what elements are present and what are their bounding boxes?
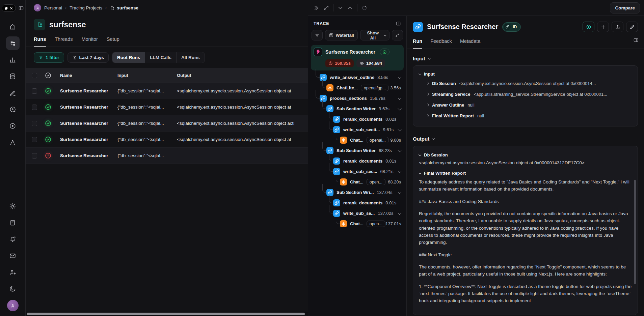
tab-setup[interactable]: Setup [107, 36, 119, 47]
copy-id-button[interactable]: ID [502, 22, 521, 32]
trace-node[interactable]: Sub Section Writer 9.63s [311, 104, 404, 114]
chevron-down-icon[interactable] [398, 191, 401, 194]
tab-threads[interactable]: Threads [55, 36, 73, 47]
trace-node[interactable]: rerank_documents 0.01s [311, 156, 404, 166]
trace-node[interactable]: Sub Section Writer 68.23s [311, 145, 404, 156]
previous-run-icon[interactable] [338, 5, 343, 11]
row-checkbox[interactable] [32, 88, 37, 94]
trace-node[interactable]: Chat... open... 137.01s [311, 219, 404, 229]
split-panel-icon[interactable] [396, 21, 401, 26]
collapse-all-button[interactable] [392, 30, 403, 40]
split-panel-icon[interactable] [633, 37, 639, 43]
chevron-down-icon[interactable] [398, 108, 401, 110]
sidebar-item-playground[interactable] [6, 119, 20, 133]
trace-filter-button[interactable] [312, 30, 323, 40]
breadcrumb-project[interactable]: surfsense [110, 5, 138, 10]
column-header-input[interactable]: Input [117, 73, 177, 78]
sidebar-item-inbox[interactable] [6, 249, 20, 262]
sidebar-item-prompts[interactable] [6, 103, 20, 116]
sidebar-item-dashboards[interactable] [6, 53, 20, 66]
segment-root-runs[interactable]: Root Runs [112, 52, 145, 63]
trace-node[interactable]: Sub Section Wri... 137.04s [311, 187, 404, 198]
sidebar-item-deployments[interactable] [6, 136, 20, 149]
input-root-row[interactable]: Input [419, 71, 632, 78]
share-run-button[interactable] [612, 22, 623, 32]
breadcrumb-workspace[interactable]: Personal [44, 5, 62, 10]
sidebar-item-invite[interactable] [6, 265, 20, 279]
edit-run-button[interactable] [626, 22, 638, 32]
next-run-icon[interactable] [347, 5, 353, 11]
sidebar-item-theme[interactable] [6, 282, 20, 295]
sidebar-item-docs[interactable] [6, 216, 20, 229]
workspace-avatar[interactable] [34, 4, 41, 11]
filter-button[interactable]: 1 filter [34, 52, 64, 63]
sidebar-item-annotations[interactable] [6, 86, 20, 99]
segment-all-runs[interactable]: All Runs [177, 52, 205, 63]
input-field-row[interactable]: Streaming Service <app.utils.streaming_s… [419, 89, 632, 99]
breadcrumb-section[interactable]: Tracing Projects [70, 5, 102, 10]
run-output: <sqlalchemy.ext.asyncio.session.AsyncSes… [177, 88, 308, 93]
trace-node[interactable]: rerank_documents 0.01s [311, 198, 404, 208]
sidebar-item-datasets[interactable] [6, 69, 20, 83]
horizontal-scrollbar-thumb[interactable] [27, 313, 305, 315]
row-checkbox[interactable] [32, 105, 37, 110]
top-toolbar: Compare [308, 0, 644, 16]
vertical-scrollbar-thumb[interactable] [634, 180, 636, 284]
table-row[interactable]: Surfsense Researcher {"db_session":"<sql… [26, 115, 308, 132]
trace-node[interactable]: rerank_documents 0.02s [311, 114, 404, 124]
table-row[interactable]: Surfsense Researcher {"db_session":"<sql… [26, 132, 308, 148]
sidebar-item-home[interactable] [6, 20, 20, 33]
chain-icon [333, 157, 340, 165]
sidebar-item-notifications[interactable] [6, 232, 20, 246]
show-all-dropdown[interactable]: Show All [360, 30, 390, 40]
tab-run[interactable]: Run [413, 38, 422, 49]
compare-button[interactable]: Compare [610, 2, 640, 13]
table-row[interactable]: Surfsense Researcher {"db_session":"<sql… [26, 148, 308, 164]
output-section-header[interactable]: Output [413, 136, 638, 142]
chevron-down-icon[interactable] [398, 76, 401, 79]
tab-feedback[interactable]: Feedback [430, 38, 452, 49]
column-header-name[interactable]: Name [60, 73, 117, 78]
status-column-icon[interactable] [45, 72, 52, 79]
row-checkbox[interactable] [32, 137, 37, 142]
chevron-down-icon[interactable] [398, 212, 401, 215]
table-row[interactable]: Surfsense Researcher {"db_session":"<sql… [26, 99, 308, 115]
output-db-session-row[interactable]: Db Session [419, 152, 632, 157]
sidebar-toggle-icon[interactable] [18, 5, 24, 11]
trace-node[interactable]: write_sub_se... 137.02s [311, 208, 404, 219]
sidebar-item-tracing-projects[interactable] [6, 36, 20, 50]
input-field-row[interactable]: Db Session <sqlalchemy.ext.asyncio.sessi… [419, 78, 632, 89]
chevron-down-icon [419, 72, 421, 75]
select-all-checkbox[interactable] [32, 73, 37, 78]
trace-root-node[interactable]: Surfsense Researcher 160.35s 104,684 [311, 45, 404, 70]
tab-runs[interactable]: Runs [34, 36, 46, 47]
collapse-panel-icon[interactable] [314, 5, 319, 11]
trace-node[interactable]: write_sub_sec... 68.21s [311, 166, 404, 177]
expand-fullscreen-icon[interactable] [323, 5, 329, 11]
input-field-row[interactable]: Answer Outline null [419, 99, 632, 110]
chevron-down-icon[interactable] [398, 149, 401, 152]
chevron-down-icon[interactable] [398, 170, 401, 173]
table-row[interactable]: Surfsense Researcher {"db_session":"<sql… [26, 83, 308, 99]
chevron-down-icon[interactable] [398, 97, 401, 100]
trace-node[interactable]: ChatLite... openai/gp... 3.56s [311, 83, 404, 93]
chevron-down-icon[interactable] [398, 128, 401, 131]
input-section-header[interactable]: Input [413, 56, 638, 61]
date-range-button[interactable]: Last 7 days [68, 52, 109, 63]
segment-llm-calls[interactable]: LLM Calls [145, 52, 177, 63]
user-avatar[interactable] [7, 300, 19, 311]
tab-metadata[interactable]: Metadata [460, 38, 480, 49]
input-field-row[interactable]: Final Written Report null [419, 110, 632, 121]
waterfall-button[interactable]: Waterfall [325, 30, 358, 40]
trace-node[interactable]: write_sub_secti... 9.61s [311, 124, 404, 135]
langsmith-logo[interactable] [2, 4, 16, 12]
run-detail-content[interactable]: Input Input Db Session <sqlalchemy.ext.a… [407, 49, 644, 316]
tab-monitor[interactable]: Monitor [81, 36, 98, 47]
open-in-playground-button[interactable] [583, 22, 594, 32]
add-to-dataset-button[interactable] [597, 22, 609, 32]
output-report-row[interactable]: Final Written Report [419, 171, 632, 176]
row-checkbox[interactable] [32, 153, 37, 159]
row-checkbox[interactable] [32, 121, 37, 126]
column-header-output[interactable]: Output [177, 73, 308, 78]
sidebar-item-settings[interactable] [6, 199, 20, 213]
